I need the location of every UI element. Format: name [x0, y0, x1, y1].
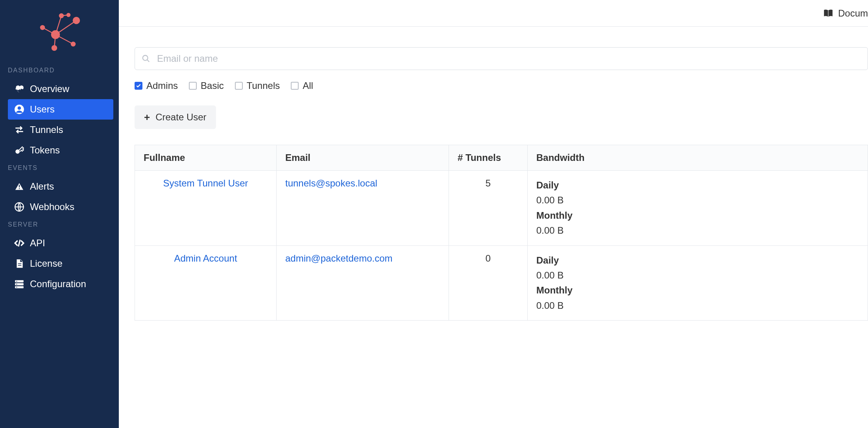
user-fullname-link[interactable]: System Tunnel User — [163, 178, 248, 188]
col-tunnels: # Tunnels — [449, 145, 528, 171]
section-title-dashboard: DASHBOARD — [0, 63, 119, 79]
sidebar-item-label: Tunnels — [30, 124, 63, 135]
sidebar-item-label: API — [30, 238, 45, 249]
filter-label: Basic — [201, 80, 224, 91]
cell-tunnels: 5 — [449, 171, 528, 246]
sidebar-item-label: Configuration — [30, 279, 86, 290]
user-fullname-link[interactable]: Admin Account — [174, 253, 237, 264]
sidebar-item-label: License — [30, 258, 63, 269]
create-user-button[interactable]: + Create User — [135, 105, 216, 129]
logo — [0, 8, 119, 63]
sidebar-item-api[interactable]: API — [0, 233, 119, 253]
checkbox-icon — [291, 82, 299, 90]
svg-line-7 — [55, 20, 76, 35]
globe-icon — [14, 202, 24, 212]
svg-point-2 — [41, 26, 44, 30]
checkbox-icon — [235, 82, 243, 90]
bandwidth-monthly-label: Monthly — [536, 208, 859, 223]
svg-point-4 — [52, 46, 57, 50]
filters: Admins Basic Tunnels All — [135, 80, 868, 91]
sidebar-item-tunnels[interactable]: Tunnels — [0, 120, 119, 140]
sidebar-item-alerts[interactable]: Alerts — [0, 176, 119, 197]
bandwidth-daily-label: Daily — [536, 253, 859, 268]
code-icon — [14, 238, 24, 248]
sidebar-item-label: Alerts — [30, 181, 54, 192]
table-row: System Tunnel User tunnels@spokes.local … — [135, 171, 868, 246]
svg-point-20 — [16, 281, 17, 282]
user-email-link[interactable]: tunnels@spokes.local — [285, 178, 377, 188]
file-icon — [14, 258, 24, 269]
main-content: Docum Admins Basic — [119, 0, 868, 428]
filter-admins[interactable]: Admins — [135, 80, 178, 91]
search-icon — [142, 54, 150, 63]
bandwidth-daily-label: Daily — [536, 178, 859, 193]
checkbox-icon — [189, 82, 197, 90]
sidebar-item-label: Users — [30, 104, 55, 115]
col-bandwidth: Bandwidth — [528, 145, 868, 171]
sidebar-item-label: Webhooks — [30, 201, 74, 212]
documentation-link[interactable]: Docum — [823, 8, 868, 19]
filter-label: Admins — [146, 80, 178, 91]
network-logo-icon — [38, 12, 81, 51]
search-wrap — [135, 47, 868, 70]
bandwidth-monthly-value: 0.00 B — [536, 298, 859, 313]
warning-icon — [14, 181, 24, 192]
svg-point-22 — [16, 287, 17, 288]
svg-point-8 — [73, 17, 79, 24]
sidebar-item-configuration[interactable]: Configuration — [0, 274, 119, 294]
users-table: Fullname Email # Tunnels Bandwidth Syste… — [135, 145, 868, 321]
sidebar-item-label: Tokens — [30, 145, 60, 156]
sidebar-item-license[interactable]: License — [0, 253, 119, 274]
bandwidth-daily-value: 0.00 B — [536, 268, 859, 283]
cell-tunnels: 0 — [449, 245, 528, 321]
sidebar-item-users[interactable]: Users — [8, 99, 113, 120]
create-user-label: Create User — [155, 112, 206, 123]
search-input[interactable] — [135, 47, 868, 70]
plus-icon: + — [144, 112, 150, 122]
section-title-events: EVENTS — [0, 160, 119, 176]
key-icon — [14, 145, 24, 155]
bandwidth-monthly-value: 0.00 B — [536, 223, 859, 238]
filter-all[interactable]: All — [291, 80, 313, 91]
topbar: Docum — [119, 0, 868, 27]
svg-point-21 — [16, 284, 17, 284]
filter-basic[interactable]: Basic — [189, 80, 224, 91]
cell-bandwidth: Daily 0.00 B Monthly 0.00 B — [528, 171, 868, 246]
user-circle-icon — [14, 104, 24, 114]
cell-fullname: System Tunnel User — [135, 171, 277, 246]
cell-fullname: Admin Account — [135, 245, 277, 321]
exchange-icon — [14, 125, 24, 135]
svg-point-6 — [71, 42, 75, 46]
heartbeat-icon — [14, 84, 24, 94]
svg-line-5 — [55, 35, 73, 44]
cell-bandwidth: Daily 0.00 B Monthly 0.00 B — [528, 245, 868, 321]
book-icon — [823, 8, 833, 18]
filter-label: Tunnels — [247, 80, 280, 91]
bandwidth-monthly-label: Monthly — [536, 283, 859, 298]
section-title-server: SERVER — [0, 217, 119, 233]
sidebar-item-tokens[interactable]: Tokens — [0, 140, 119, 160]
sidebar-item-overview[interactable]: Overview — [0, 79, 119, 99]
cell-email: tunnels@spokes.local — [277, 171, 449, 246]
filter-label: All — [303, 80, 313, 91]
filter-tunnels[interactable]: Tunnels — [235, 80, 280, 91]
server-icon — [14, 279, 24, 289]
svg-point-12 — [67, 13, 70, 17]
bandwidth-daily-value: 0.00 B — [536, 193, 859, 208]
documentation-label: Docum — [838, 8, 868, 19]
svg-point-23 — [143, 55, 148, 61]
cell-email: admin@packetdemo.com — [277, 245, 449, 321]
sidebar: DASHBOARD Overview Users Tunnels Tokens — [0, 0, 119, 428]
table-row: Admin Account admin@packetdemo.com 0 Dai… — [135, 245, 868, 321]
col-fullname: Fullname — [135, 145, 277, 171]
svg-point-14 — [18, 106, 21, 110]
table-header-row: Fullname Email # Tunnels Bandwidth — [135, 145, 868, 171]
col-email: Email — [277, 145, 449, 171]
user-email-link[interactable]: admin@packetdemo.com — [285, 253, 392, 264]
checkbox-icon — [135, 82, 142, 90]
sidebar-item-webhooks[interactable]: Webhooks — [0, 197, 119, 217]
sidebar-item-label: Overview — [30, 83, 69, 94]
